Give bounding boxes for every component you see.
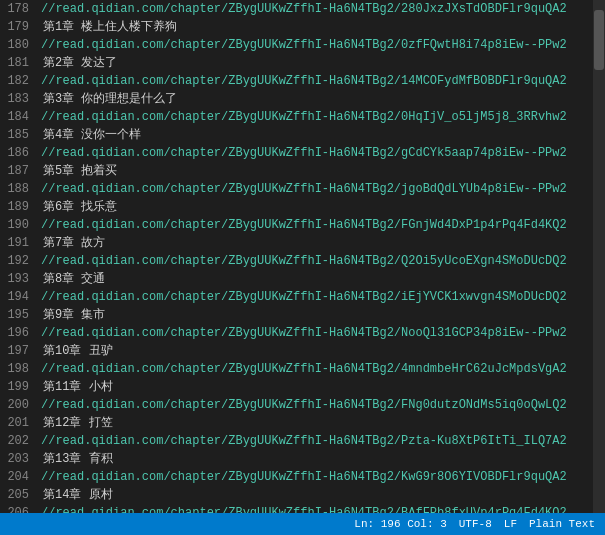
line-number: 205: [0, 486, 29, 504]
url-text: //read.qidian.com/chapter/ZBygUUKwZffhI-…: [41, 108, 567, 126]
line-number: 178: [0, 0, 29, 18]
content-area[interactable]: //read.qidian.com/chapter/ZBygUUKwZffhI-…: [35, 0, 593, 513]
line-number: 184: [0, 108, 29, 126]
line-ending-indicator: LF: [504, 518, 517, 530]
line-number: 206: [0, 504, 29, 513]
url-text: //read.qidian.com/chapter/ZBygUUKwZffhI-…: [41, 432, 567, 450]
code-line[interactable]: //read.qidian.com/chapter/ZBygUUKwZffhI-…: [41, 468, 593, 486]
encoding-indicator: UTF-8: [459, 518, 492, 530]
code-line[interactable]: 第12章 打笠: [41, 414, 593, 432]
chapter-text: 第7章 故方: [43, 234, 105, 252]
chapter-text: 第11章 小村: [43, 378, 113, 396]
line-number: 200: [0, 396, 29, 414]
url-text: //read.qidian.com/chapter/ZBygUUKwZffhI-…: [41, 504, 567, 513]
code-line[interactable]: //read.qidian.com/chapter/ZBygUUKwZffhI-…: [41, 324, 593, 342]
chapter-text: 第13章 育积: [43, 450, 113, 468]
code-line[interactable]: 第10章 丑驴: [41, 342, 593, 360]
ln-col-indicator: Ln: 196 Col: 3: [354, 518, 446, 530]
chapter-text: 第8章 交通: [43, 270, 105, 288]
line-number: 190: [0, 216, 29, 234]
code-line[interactable]: 第7章 故方: [41, 234, 593, 252]
line-number: 198: [0, 360, 29, 378]
line-number: 188: [0, 180, 29, 198]
line-number: 186: [0, 144, 29, 162]
code-line[interactable]: 第2章 发达了: [41, 54, 593, 72]
line-number: 191: [0, 234, 29, 252]
code-line[interactable]: //read.qidian.com/chapter/ZBygUUKwZffhI-…: [41, 432, 593, 450]
code-line[interactable]: 第1章 楼上住人楼下养狗: [41, 18, 593, 36]
url-text: //read.qidian.com/chapter/ZBygUUKwZffhI-…: [41, 324, 567, 342]
code-line[interactable]: 第14章 原村: [41, 486, 593, 504]
line-number: 195: [0, 306, 29, 324]
code-line[interactable]: //read.qidian.com/chapter/ZBygUUKwZffhI-…: [41, 180, 593, 198]
line-number: 193: [0, 270, 29, 288]
url-text: //read.qidian.com/chapter/ZBygUUKwZffhI-…: [41, 468, 567, 486]
code-line[interactable]: 第6章 找乐意: [41, 198, 593, 216]
url-text: //read.qidian.com/chapter/ZBygUUKwZffhI-…: [41, 180, 567, 198]
code-line[interactable]: //read.qidian.com/chapter/ZBygUUKwZffhI-…: [41, 72, 593, 90]
code-line[interactable]: //read.qidian.com/chapter/ZBygUUKwZffhI-…: [41, 216, 593, 234]
chapter-text: 第2章 发达了: [43, 54, 117, 72]
url-text: //read.qidian.com/chapter/ZBygUUKwZffhI-…: [41, 0, 567, 18]
status-bar: Ln: 196 Col: 3 UTF-8 LF Plain Text: [0, 513, 605, 535]
chapter-text: 第3章 你的理想是什么了: [43, 90, 177, 108]
chapter-text: 第4章 没你一个样: [43, 126, 141, 144]
line-number: 187: [0, 162, 29, 180]
line-number: 202: [0, 432, 29, 450]
line-number: 179: [0, 18, 29, 36]
url-text: //read.qidian.com/chapter/ZBygUUKwZffhI-…: [41, 36, 567, 54]
editor-container: 1781791801811821831841851861871881891901…: [0, 0, 605, 513]
line-number: 204: [0, 468, 29, 486]
line-number: 181: [0, 54, 29, 72]
code-line[interactable]: 第8章 交通: [41, 270, 593, 288]
code-line[interactable]: //read.qidian.com/chapter/ZBygUUKwZffhI-…: [41, 144, 593, 162]
chapter-text: 第1章 楼上住人楼下养狗: [43, 18, 177, 36]
line-number: 185: [0, 126, 29, 144]
line-number: 197: [0, 342, 29, 360]
line-number: 199: [0, 378, 29, 396]
code-line[interactable]: //read.qidian.com/chapter/ZBygUUKwZffhI-…: [41, 36, 593, 54]
line-number: 196: [0, 324, 29, 342]
line-number: 183: [0, 90, 29, 108]
code-line[interactable]: 第9章 集市: [41, 306, 593, 324]
url-text: //read.qidian.com/chapter/ZBygUUKwZffhI-…: [41, 360, 567, 378]
code-line[interactable]: //read.qidian.com/chapter/ZBygUUKwZffhI-…: [41, 396, 593, 414]
code-line[interactable]: //read.qidian.com/chapter/ZBygUUKwZffhI-…: [41, 504, 593, 513]
line-number: 180: [0, 36, 29, 54]
scrollbar-thumb[interactable]: [594, 10, 604, 70]
line-number: 201: [0, 414, 29, 432]
status-right: Ln: 196 Col: 3 UTF-8 LF Plain Text: [354, 518, 595, 530]
code-line[interactable]: 第3章 你的理想是什么了: [41, 90, 593, 108]
vertical-scrollbar[interactable]: [593, 0, 605, 513]
line-number: 182: [0, 72, 29, 90]
language-indicator: Plain Text: [529, 518, 595, 530]
url-text: //read.qidian.com/chapter/ZBygUUKwZffhI-…: [41, 72, 567, 90]
code-line[interactable]: //read.qidian.com/chapter/ZBygUUKwZffhI-…: [41, 0, 593, 18]
code-line[interactable]: 第4章 没你一个样: [41, 126, 593, 144]
chapter-text: 第6章 找乐意: [43, 198, 117, 216]
url-text: //read.qidian.com/chapter/ZBygUUKwZffhI-…: [41, 288, 567, 306]
line-number: 203: [0, 450, 29, 468]
chapter-text: 第10章 丑驴: [43, 342, 113, 360]
code-line[interactable]: //read.qidian.com/chapter/ZBygUUKwZffhI-…: [41, 108, 593, 126]
chapter-text: 第9章 集市: [43, 306, 105, 324]
code-line[interactable]: 第13章 育积: [41, 450, 593, 468]
chapter-text: 第5章 抱着买: [43, 162, 117, 180]
code-line[interactable]: //read.qidian.com/chapter/ZBygUUKwZffhI-…: [41, 288, 593, 306]
url-text: //read.qidian.com/chapter/ZBygUUKwZffhI-…: [41, 396, 567, 414]
code-line[interactable]: 第11章 小村: [41, 378, 593, 396]
chapter-text: 第14章 原村: [43, 486, 113, 504]
code-line[interactable]: //read.qidian.com/chapter/ZBygUUKwZffhI-…: [41, 252, 593, 270]
line-number: 194: [0, 288, 29, 306]
code-line[interactable]: //read.qidian.com/chapter/ZBygUUKwZffhI-…: [41, 360, 593, 378]
chapter-text: 第12章 打笠: [43, 414, 113, 432]
code-line[interactable]: 第5章 抱着买: [41, 162, 593, 180]
line-numbers: 1781791801811821831841851861871881891901…: [0, 0, 35, 513]
url-text: //read.qidian.com/chapter/ZBygUUKwZffhI-…: [41, 144, 567, 162]
url-text: //read.qidian.com/chapter/ZBygUUKwZffhI-…: [41, 252, 567, 270]
line-number: 192: [0, 252, 29, 270]
line-number: 189: [0, 198, 29, 216]
url-text: //read.qidian.com/chapter/ZBygUUKwZffhI-…: [41, 216, 567, 234]
